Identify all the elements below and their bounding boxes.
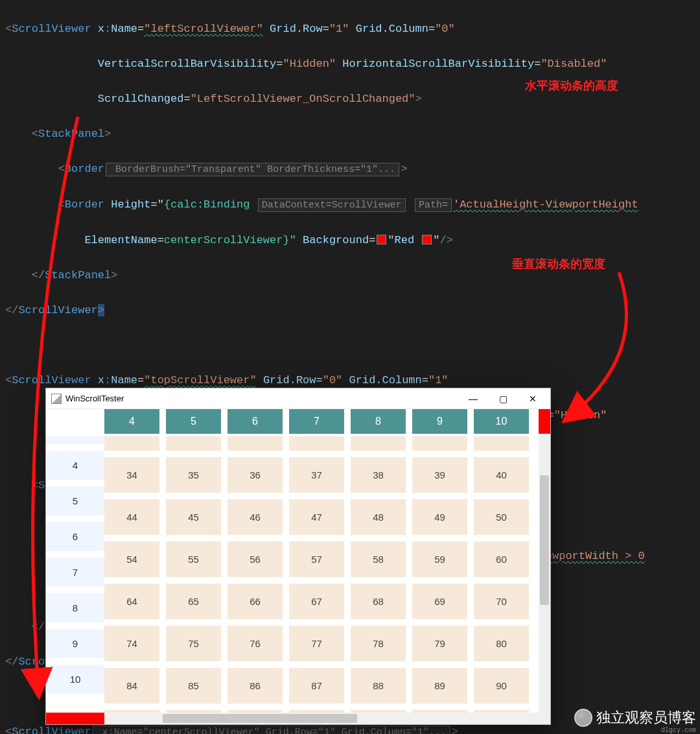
column-header: 10 <box>474 409 529 434</box>
data-cell: 86 <box>228 668 283 704</box>
data-cell: 66 <box>228 584 283 619</box>
data-cell: 38 <box>351 457 406 493</box>
color-swatch-red <box>422 235 432 244</box>
data-cell: 46 <box>228 499 283 535</box>
code-hint-param: Path= <box>415 198 452 212</box>
data-cell <box>412 436 467 451</box>
data-cell: 55 <box>166 541 221 577</box>
data-cell: 40 <box>474 457 529 493</box>
code-hint[interactable]: x:Name="centerScrollViewer" Grid.Row="1"… <box>93 726 450 734</box>
table-row: 34353637383940 <box>104 457 539 493</box>
data-cell: 80 <box>474 626 529 661</box>
color-swatch-red <box>377 235 386 244</box>
data-cell <box>228 436 283 451</box>
watermark-domain: dlgcy.com <box>661 727 696 734</box>
wechat-icon <box>574 709 592 727</box>
row-header: 7 <box>46 558 104 593</box>
data-cell <box>351 436 406 451</box>
watermark: 独立观察员博客 <box>574 708 696 728</box>
top-header-row: 45678910 <box>104 409 539 436</box>
data-cell: 44 <box>104 499 159 535</box>
data-cell: 58 <box>351 541 406 577</box>
data-cell: 68 <box>351 584 406 619</box>
column-header: 5 <box>166 409 221 434</box>
column-header: 6 <box>228 409 283 434</box>
data-cell: 76 <box>228 626 283 661</box>
data-cell: 78 <box>351 626 406 661</box>
data-cell: 74 <box>104 626 159 661</box>
app-icon <box>51 394 62 404</box>
table-row: 64656667686970 <box>104 584 539 619</box>
window-titlebar[interactable]: WinScrollTester — ▢ ✕ <box>46 388 550 409</box>
data-cell: 88 <box>351 668 406 704</box>
data-cell: 70 <box>474 584 529 619</box>
data-cell: 47 <box>289 499 344 535</box>
data-cell: 54 <box>104 541 159 577</box>
data-cell: 59 <box>412 541 467 577</box>
column-header: 8 <box>351 409 406 434</box>
data-cell: 77 <box>289 626 344 661</box>
data-cell: 45 <box>166 499 221 535</box>
data-cell <box>289 436 344 451</box>
row-header: 8 <box>46 593 104 629</box>
data-cell: 65 <box>166 584 221 619</box>
data-cell: 87 <box>289 668 344 704</box>
data-cell: 60 <box>474 541 529 577</box>
scroll-corner <box>539 713 550 724</box>
data-cell <box>166 436 221 451</box>
data-cell: 75 <box>166 626 221 661</box>
data-cell: 49 <box>412 499 467 535</box>
left-header-column: 45678910 <box>46 436 104 713</box>
annotation-horizontal-scrollbar-height: 水平滚动条的高度 <box>525 78 618 93</box>
table-row: 84858687888990 <box>104 668 539 704</box>
window-title: WinScrollTester <box>65 394 124 403</box>
data-cell: 34 <box>104 457 159 493</box>
code-hint-param: DataContext=ScrollViewer <box>258 198 406 212</box>
row-header <box>46 436 104 451</box>
maximize-button[interactable]: ▢ <box>488 389 518 408</box>
row-header: 4 <box>46 451 104 486</box>
table-row <box>104 436 539 451</box>
minimize-button[interactable]: — <box>458 389 488 408</box>
vertical-scrollbar[interactable] <box>539 436 550 713</box>
data-cell: 35 <box>166 457 221 493</box>
data-cell: 50 <box>474 499 529 535</box>
scrollbar-thumb[interactable] <box>540 475 549 605</box>
data-cell: 67 <box>289 584 344 619</box>
row-header: 9 <box>46 629 104 665</box>
code-hint[interactable]: BorderBrush="Transparent" BorderThicknes… <box>106 163 399 176</box>
horizontal-scrollbar[interactable] <box>104 713 539 724</box>
data-cell: 69 <box>412 584 467 619</box>
data-cell: 37 <box>289 457 344 493</box>
annotation-vertical-scrollbar-width: 垂直滚动条的宽度 <box>512 256 605 272</box>
data-cell: 39 <box>412 457 467 493</box>
data-cell: 48 <box>351 499 406 535</box>
data-cell: 36 <box>228 457 283 493</box>
data-grid: 3435363738394044454647484950545556575859… <box>104 436 539 713</box>
red-spacer-top-right <box>539 409 550 434</box>
data-cell: 85 <box>166 668 221 704</box>
data-cell: 57 <box>289 541 344 577</box>
table-row: 44454647484950 <box>104 499 539 535</box>
row-header: 5 <box>46 486 104 522</box>
column-header: 7 <box>289 409 344 434</box>
data-cell: 64 <box>104 584 159 619</box>
data-cell: 79 <box>412 626 467 661</box>
table-row: 54555657585960 <box>104 541 539 577</box>
data-cell <box>474 436 529 451</box>
data-cell <box>104 436 159 451</box>
close-button[interactable]: ✕ <box>518 389 548 408</box>
data-cell: 56 <box>228 541 283 577</box>
app-window: WinScrollTester — ▢ ✕ 45678910 45678910 … <box>45 388 551 725</box>
data-cell: 84 <box>104 668 159 704</box>
data-cell: 89 <box>412 668 467 704</box>
table-row: 74757677787980 <box>104 626 539 661</box>
column-header: 4 <box>104 409 159 434</box>
column-header: 9 <box>412 409 467 434</box>
row-header: 6 <box>46 522 104 558</box>
red-spacer-bottom-left <box>46 713 104 724</box>
scrollbar-thumb[interactable] <box>163 714 357 723</box>
row-header: 10 <box>46 665 104 700</box>
data-cell: 90 <box>474 668 529 704</box>
